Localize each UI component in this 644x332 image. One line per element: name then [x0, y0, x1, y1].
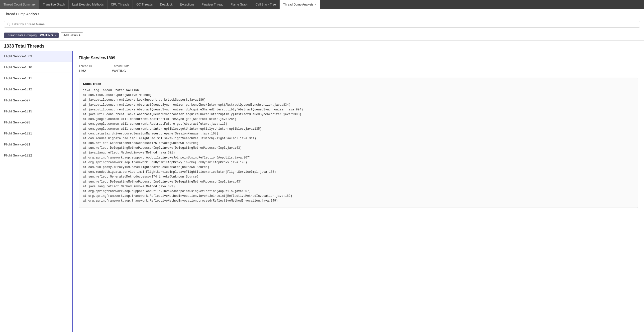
svg-line-1 — [9, 25, 10, 26]
thread-list-item[interactable]: Flight Service-1821 — [0, 128, 72, 139]
thread-list: Flight Service-1809Flight Service-1810Fl… — [0, 51, 73, 332]
stack-trace-content: java.lang.Thread.State: WAITING at sun.m… — [83, 88, 634, 204]
search-icon — [7, 23, 10, 26]
page-title: Thread Dump Analysis — [4, 12, 39, 16]
tab-transitive-graph[interactable]: Transitive Graph — [39, 0, 69, 9]
add-filter-plus-icon: + — [79, 34, 80, 37]
filter-label: Thread State Grouping: WAITING — [6, 34, 53, 37]
thread-id-meta: Thread ID 1462 — [79, 64, 92, 73]
thread-id-value: 1462 — [79, 69, 86, 73]
tab-thread-dump-analysis[interactable]: Thread Dump Analysis× — [280, 0, 320, 9]
main-content: Flight Service-1809Flight Service-1810Fl… — [0, 51, 644, 332]
tab-thread-count-summary[interactable]: Thread Count Summary — [0, 0, 39, 9]
search-input-wrap — [4, 21, 640, 28]
tab-exceptions[interactable]: Exceptions — [176, 0, 198, 9]
thread-state-label: Thread State — [112, 64, 129, 68]
thread-list-item[interactable]: Flight Service-1815 — [0, 106, 72, 117]
filters-row: Thread State Grouping: WAITING ✕ Add Fil… — [0, 30, 644, 41]
stack-trace-title: Stack Trace — [83, 82, 634, 86]
detail-thread-title: Flight Service-1809 — [79, 56, 638, 60]
stack-trace-box: Stack Trace java.lang.Thread.State: WAIT… — [79, 78, 638, 208]
total-thread-count: 1333 Total Threads — [0, 41, 644, 51]
tab-call-stack-tree[interactable]: Call Stack Tree — [252, 0, 280, 9]
tab-gc-threads[interactable]: GC Threads — [133, 0, 156, 9]
thread-list-item[interactable]: Flight Service-1822 — [0, 150, 72, 161]
tab-flame-graph[interactable]: Flame Graph — [227, 0, 252, 9]
search-input[interactable] — [12, 22, 637, 26]
tab-deadlock[interactable]: Deadlock — [156, 0, 176, 9]
thread-list-item[interactable]: Flight Service-1809 — [0, 51, 72, 62]
thread-state-value: WAITING — [112, 69, 126, 73]
detail-meta: Thread ID 1462 Thread State WAITING — [79, 64, 638, 73]
tab-bar: Thread Count SummaryTransitive GraphLast… — [0, 0, 644, 9]
add-filter-button[interactable]: Add Filters + — [61, 32, 83, 38]
thread-list-item[interactable]: Flight Service-1810 — [0, 62, 72, 73]
thread-state-meta: Thread State WAITING — [112, 64, 129, 73]
detail-pane: Flight Service-1809 Thread ID 1462 Threa… — [73, 51, 644, 332]
thread-list-item[interactable]: Flight Service-1811 — [0, 73, 72, 84]
filter-tag-thread-state: Thread State Grouping: WAITING ✕ — [4, 33, 59, 38]
thread-list-item[interactable]: Flight Service-1812 — [0, 84, 72, 95]
thread-id-label: Thread ID — [79, 64, 92, 68]
tab-cpu-threads[interactable]: CPU Threads — [108, 0, 133, 9]
tab-last-executed-methods[interactable]: Last Executed Methods — [69, 0, 107, 9]
thread-list-item[interactable]: Flight Service-527 — [0, 95, 72, 106]
thread-list-item[interactable]: Flight Service-531 — [0, 139, 72, 150]
add-filter-label: Add Filters — [63, 34, 78, 37]
tab-finalizer-thread[interactable]: Finalizer Thread — [198, 0, 227, 9]
remove-filter-icon[interactable]: ✕ — [54, 34, 57, 37]
page-header: Thread Dump Analysis — [0, 9, 644, 18]
search-bar — [0, 18, 644, 30]
thread-list-item[interactable]: Flight Service-528 — [0, 117, 72, 128]
close-tab-icon[interactable]: × — [315, 3, 316, 6]
